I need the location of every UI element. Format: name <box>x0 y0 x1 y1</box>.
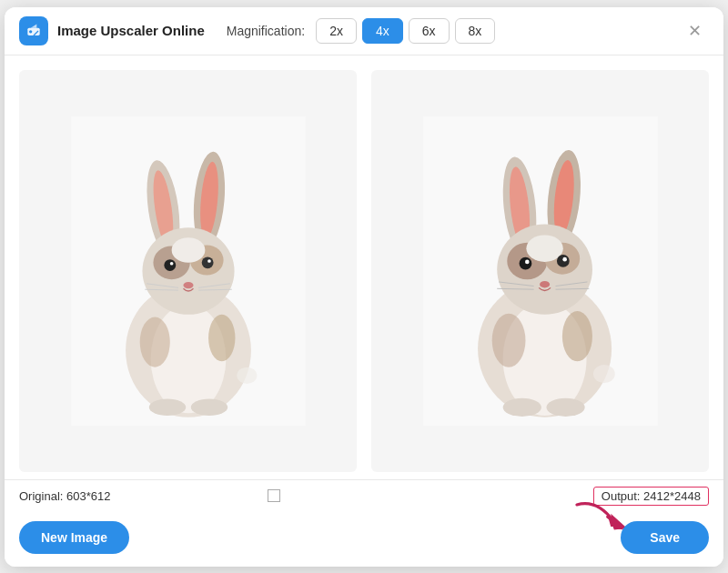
svg-point-40 <box>519 256 531 269</box>
svg-point-15 <box>164 259 176 271</box>
svg-point-42 <box>556 255 569 267</box>
mag-btn-6x[interactable]: 6x <box>409 18 450 44</box>
mag-btn-2x[interactable]: 2x <box>316 18 357 44</box>
svg-point-18 <box>207 259 211 263</box>
svg-point-19 <box>183 281 193 287</box>
svg-point-51 <box>491 313 525 367</box>
svg-point-28 <box>237 367 257 383</box>
original-dimensions: Original: 603*612 <box>19 489 110 503</box>
svg-point-39 <box>526 235 562 261</box>
app-window: Image Upscaler Online Magnification: 2x … <box>5 7 723 567</box>
upscaled-rabbit-image <box>422 116 659 426</box>
svg-point-50 <box>546 397 584 416</box>
svg-point-25 <box>190 398 227 415</box>
svg-point-43 <box>562 256 567 261</box>
mag-btn-4x[interactable]: 4x <box>362 18 403 44</box>
compare-icon <box>268 489 280 502</box>
svg-point-3 <box>29 30 32 33</box>
svg-point-44 <box>540 281 550 287</box>
svg-point-49 <box>502 397 541 416</box>
app-title: Image Upscaler Online <box>57 23 205 38</box>
output-dimensions: Output: 2412*2448 <box>593 487 709 506</box>
upscaled-image-panel <box>371 70 709 472</box>
svg-point-53 <box>592 364 614 382</box>
statusbar: Original: 603*612 Output: 2412*2448 <box>5 479 723 512</box>
app-icon <box>19 16 48 45</box>
svg-point-27 <box>208 314 235 360</box>
titlebar: Image Upscaler Online Magnification: 2x … <box>5 7 723 55</box>
original-image-panel <box>19 70 357 472</box>
magnification-label: Magnification: <box>227 24 305 38</box>
svg-point-16 <box>169 261 173 265</box>
svg-point-17 <box>201 256 213 268</box>
svg-point-52 <box>561 311 592 361</box>
save-button[interactable]: Save <box>621 521 709 554</box>
svg-point-14 <box>171 237 205 263</box>
original-rabbit-image <box>70 116 307 426</box>
close-button[interactable]: ✕ <box>681 19 709 43</box>
mag-btn-8x[interactable]: 8x <box>455 18 496 44</box>
images-area <box>5 55 723 479</box>
svg-point-41 <box>525 259 530 264</box>
svg-point-24 <box>148 398 185 415</box>
svg-point-26 <box>139 317 169 367</box>
new-image-button[interactable]: New Image <box>19 521 129 554</box>
magnification-buttons: 2x 4x 6x 8x <box>316 18 495 44</box>
footer: New Image Save <box>5 512 723 567</box>
